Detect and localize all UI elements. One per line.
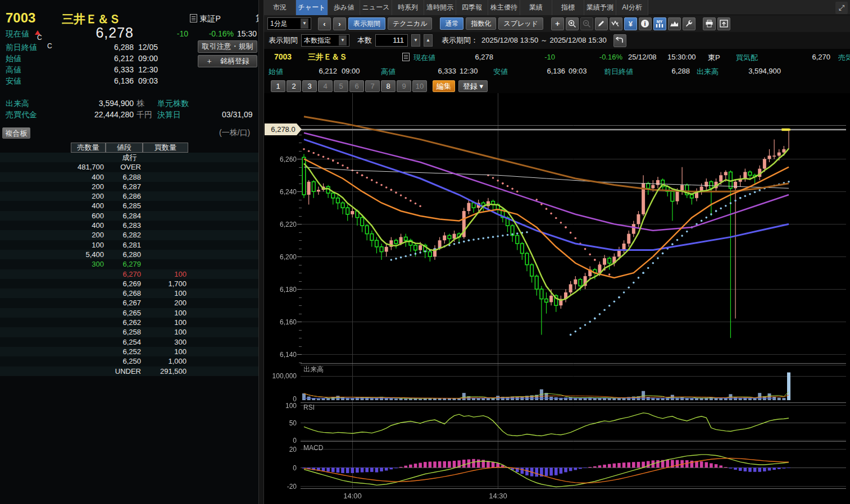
price-cell: 6,283 <box>106 221 143 230</box>
crosshair-icon[interactable]: ＋ <box>551 17 564 30</box>
order-book-row[interactable]: 6,267200 <box>0 298 258 308</box>
spacer-cell <box>188 230 258 240</box>
sell-qty-cell: 200 <box>71 191 106 201</box>
info-icon[interactable]: i <box>639 17 652 30</box>
chart-page-8[interactable]: 8 <box>381 80 396 92</box>
quote-panel: 7003 三井Ｅ＆Ｓ 東証P 貸 現在値 C 6,278 -10 -0.16% … <box>0 0 258 504</box>
order-book-row[interactable]: 6,270100 <box>0 269 258 279</box>
tab-AI分析[interactable]: AI分析 <box>616 0 648 15</box>
bar-count-input[interactable]: 111 <box>375 34 408 47</box>
mountain-icon[interactable] <box>668 17 681 30</box>
period-settings-row: 表示期間 本数指定 ▼ 本数 111 ▼ ▲ 表示期間： 2025/12/08 … <box>264 32 850 49</box>
range-label: 表示期間： <box>442 35 478 45</box>
tab-指標[interactable]: 指標 <box>552 0 584 15</box>
expand-icon[interactable]: ⤢ <box>835 2 848 14</box>
order-book-row[interactable]: 2006,286 <box>0 191 258 201</box>
tab-業績予測[interactable]: 業績予測 <box>584 0 616 15</box>
pencil-icon[interactable] <box>595 17 608 30</box>
undo-icon[interactable] <box>613 34 626 47</box>
order-book-row[interactable]: 4006,285 <box>0 201 258 210</box>
order-book-row[interactable]: 5,4006,280 <box>0 250 258 259</box>
wrench-icon[interactable] <box>683 17 696 30</box>
print-icon[interactable] <box>703 17 716 30</box>
order-book-row[interactable]: 6,265100 <box>0 308 258 318</box>
tab-四季報[interactable]: 四季報 <box>456 0 488 15</box>
spacer-cell <box>0 211 71 221</box>
tab-株主優待[interactable]: 株主優待 <box>488 0 520 15</box>
trade-caution-button[interactable]: 取引注意・規制 <box>198 40 257 53</box>
yen-icon[interactable]: ¥ <box>624 17 637 30</box>
chart-page-10[interactable]: 10 <box>412 80 427 92</box>
spread-button[interactable]: スプレッド <box>498 17 543 30</box>
spacer-cell <box>188 172 258 182</box>
my-chart-icon[interactable]: MY <box>653 17 666 30</box>
order-book-row[interactable]: 4006,288 <box>0 172 258 182</box>
order-book-row[interactable]: 6,258100 <box>0 327 258 337</box>
tab-業績[interactable]: 業績 <box>520 0 552 15</box>
order-book-row[interactable]: 1006,281 <box>0 240 258 250</box>
order-book-row[interactable]: 3006,279 <box>0 259 258 269</box>
order-book-row[interactable]: 6,2691,700 <box>0 279 258 288</box>
market-doc-icon <box>190 14 197 22</box>
order-book-row[interactable]: 6,254300 <box>0 337 258 347</box>
order-book-row[interactable]: 4006,283 <box>0 221 258 230</box>
chart-open-value: 6,212 <box>298 67 337 75</box>
settlement-value: 03/31,09 <box>222 110 261 119</box>
tab-時系列[interactable]: 時系列 <box>392 0 424 15</box>
count-up-spinner[interactable]: ▲ <box>424 34 433 47</box>
prev-button[interactable]: ‹ <box>318 17 331 30</box>
chart-page-1[interactable]: 1 <box>271 80 285 92</box>
chart-page-4[interactable]: 4 <box>318 80 333 92</box>
trendline-icon[interactable] <box>610 17 622 30</box>
chart-page-3[interactable]: 3 <box>302 80 317 92</box>
order-book-row[interactable]: 6,252100 <box>0 347 258 356</box>
composite-board-button[interactable]: 複合板 <box>2 127 30 139</box>
order-book-row[interactable]: 成行 <box>0 153 258 162</box>
display-period-button[interactable]: 表示期間 <box>348 17 385 30</box>
edit-button[interactable]: 編集 <box>433 80 455 92</box>
tab-適時開示[interactable]: 適時開示 <box>424 0 456 15</box>
tab-市況[interactable]: 市況 <box>264 0 296 15</box>
export-icon[interactable] <box>717 17 730 30</box>
panel-divider[interactable] <box>258 0 264 504</box>
technical-button[interactable]: テクニカル <box>388 17 432 30</box>
high-label: 高値 <box>6 65 21 75</box>
count-mode-select[interactable]: 本数指定 ▼ <box>301 34 349 47</box>
tab-チャート[interactable]: チャート <box>296 0 328 15</box>
order-book-row[interactable]: 6,2501,000 <box>0 356 258 366</box>
order-book-row[interactable]: 2006,282 <box>0 230 258 240</box>
chart-page-2[interactable]: 2 <box>287 80 301 92</box>
order-book-row[interactable]: 481,700OVER <box>0 162 258 172</box>
spacer-cell <box>188 259 258 269</box>
normal-button[interactable]: 通常 <box>440 17 463 30</box>
count-down-spinner[interactable]: ▼ <box>411 34 420 47</box>
settlement-label: 決算日 <box>157 110 181 120</box>
chart-page-5[interactable]: 5 <box>334 80 348 92</box>
order-book-row[interactable]: 2006,287 <box>0 182 258 191</box>
next-button[interactable]: › <box>333 17 346 30</box>
order-book-row[interactable]: UNDER291,500 <box>0 366 258 376</box>
spacer-cell <box>0 250 71 259</box>
interval-select[interactable]: 1分足 ▼ <box>267 17 311 30</box>
indexed-button[interactable]: 指数化 <box>466 17 496 30</box>
order-book-row[interactable]: 6,262100 <box>0 318 258 327</box>
tab-歩み値[interactable]: 歩み値 <box>328 0 360 15</box>
sell-qty-cell <box>71 269 106 279</box>
spacer-cell <box>0 279 71 288</box>
register-dropdown-button[interactable]: 登録 ▾ <box>458 80 488 92</box>
chart-page-7[interactable]: 7 <box>365 80 380 92</box>
zoom-out-icon[interactable] <box>580 17 593 30</box>
quote-time: 15:30 <box>237 29 257 38</box>
chart-page-9[interactable]: 9 <box>397 80 411 92</box>
price-chart-canvas[interactable] <box>264 93 850 504</box>
zoom-in-icon[interactable] <box>566 17 579 30</box>
chart-low-time: 09:03 <box>569 67 587 75</box>
col-buy-qty: 買数量 <box>143 143 188 153</box>
spacer-cell <box>188 211 258 221</box>
order-book-row[interactable]: 6006,284 <box>0 211 258 221</box>
register-stock-button[interactable]: ＋ 銘柄登録 <box>198 55 257 67</box>
chart-page-6[interactable]: 6 <box>349 80 364 92</box>
tab-ニュース[interactable]: ニュース <box>360 0 392 15</box>
buy-qty-cell <box>143 221 188 230</box>
order-book-row[interactable]: 6,268100 <box>0 288 258 298</box>
